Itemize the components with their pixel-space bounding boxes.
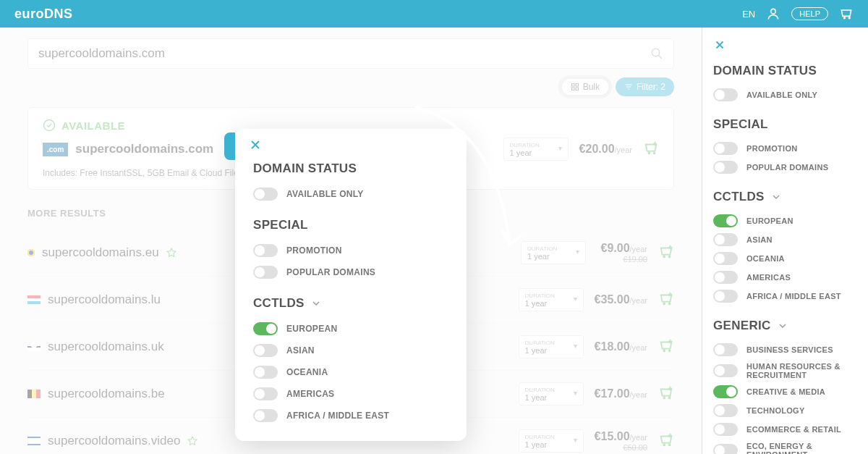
flag-icon — [27, 437, 41, 445]
duration-select[interactable]: DURATION 1 year — [521, 241, 586, 264]
toggle-switch[interactable] — [253, 188, 278, 201]
toggle-label: AMERICAS — [286, 389, 334, 399]
duration-select[interactable]: DURATION 1 year — [519, 382, 584, 405]
add-to-cart-button[interactable] — [658, 432, 674, 450]
tld-badge: .com — [43, 143, 68, 156]
toggle-label: AFRICA / MIDDLE EAST — [286, 411, 389, 421]
filter-section-title: SPECIAL — [713, 117, 857, 132]
filter-toggle-row: CREATIVE & MEDIA — [713, 382, 857, 401]
user-icon[interactable] — [766, 7, 780, 21]
toggle-switch[interactable] — [253, 322, 278, 335]
chevron-down-icon — [777, 320, 788, 332]
filter-button[interactable]: Filter: 2 — [616, 77, 674, 96]
filter-icon — [624, 83, 633, 91]
result-price: €35.00 — [595, 293, 630, 306]
toggle-switch[interactable] — [253, 387, 278, 400]
toggle-switch[interactable] — [713, 142, 738, 155]
toggle-switch[interactable] — [713, 214, 738, 227]
result-domain-name: supercooldomains.video — [48, 434, 180, 448]
toggle-switch[interactable] — [713, 252, 738, 265]
filter-toggle-row: BUSINESS SERVICES — [713, 340, 857, 359]
add-to-cart-button[interactable] — [658, 385, 674, 403]
filter-toggle-row: POPULAR DOMAINS — [253, 261, 448, 283]
search-icon[interactable] — [650, 47, 663, 60]
filter-toggle-row: ASIAN — [253, 340, 448, 361]
toggle-switch[interactable] — [253, 266, 278, 279]
close-icon[interactable] — [713, 38, 726, 51]
toggle-switch[interactable] — [713, 233, 738, 246]
check-circle-icon — [43, 119, 56, 132]
add-to-cart-button[interactable] — [658, 338, 674, 356]
bulk-button[interactable]: Bulk — [561, 77, 610, 96]
svg-point-0 — [771, 9, 776, 14]
filter-section-title: DOMAIN STATUS — [253, 161, 448, 176]
topbar: euroDNS EN HELP — [0, 0, 868, 28]
filter-toggle-row: OCEANIA — [713, 249, 857, 268]
filter-label: Filter: 2 — [637, 82, 665, 92]
close-icon[interactable] — [248, 138, 263, 152]
add-to-cart-button[interactable] — [658, 244, 674, 262]
toggle-switch[interactable] — [713, 404, 738, 417]
toggle-label: OCEANIA — [286, 367, 328, 377]
duration-select[interactable]: DURATION 1 year — [519, 335, 584, 358]
toggle-label: EUROPEAN — [286, 324, 337, 334]
modal-tab-accent — [224, 133, 235, 160]
result-price: €9.00 — [600, 242, 629, 254]
help-button[interactable]: HELP — [791, 7, 828, 20]
toggle-switch[interactable] — [713, 161, 738, 174]
filter-section-title[interactable]: GENERIC — [713, 319, 857, 333]
toggle-switch[interactable] — [713, 271, 738, 284]
toggle-switch[interactable] — [713, 423, 738, 436]
search-input[interactable] — [38, 46, 650, 61]
cart-icon[interactable] — [839, 7, 854, 21]
filter-section-title[interactable]: CCTLDS — [713, 190, 857, 204]
toggle-label: POPULAR DOMAINS — [746, 163, 828, 172]
filter-toggle-row: EUROPEAN — [253, 318, 448, 340]
result-old-price: €19.00 — [597, 255, 647, 264]
available-label: AVAILABLE — [61, 119, 125, 132]
add-to-cart-button[interactable] — [643, 140, 659, 159]
toggle-label: ASIAN — [746, 235, 773, 244]
toggle-label: ASIAN — [286, 345, 315, 356]
toggle-switch[interactable] — [713, 364, 738, 377]
filter-section-title[interactable]: CCTLDS — [253, 296, 448, 311]
toggle-label: OCEANIA — [746, 254, 785, 263]
toggle-switch[interactable] — [713, 290, 738, 303]
filter-toggle-row: ECOMMERCE & RETAIL — [713, 420, 857, 439]
toggle-switch[interactable] — [253, 366, 278, 379]
toggle-switch[interactable] — [713, 343, 738, 356]
filter-toggle-row: AMERICAS — [253, 383, 448, 405]
toggle-label: AFRICA / MIDDLE EAST — [746, 292, 841, 300]
chevron-down-icon — [310, 298, 322, 309]
svg-rect-4 — [571, 88, 574, 91]
toggle-switch[interactable] — [713, 444, 738, 454]
toggle-switch[interactable] — [253, 344, 278, 357]
svg-rect-2 — [571, 84, 574, 87]
toggle-switch[interactable] — [253, 244, 278, 257]
result-domain-name: supercooldomains.lu — [48, 293, 161, 307]
result-domain-name: supercooldomains.uk — [48, 340, 164, 354]
language-selector[interactable]: EN — [742, 9, 755, 20]
tag-icon — [187, 436, 197, 446]
flag-icon — [27, 390, 41, 398]
filter-toggle-row: AVAILABLE ONLY — [253, 183, 448, 205]
add-to-cart-button[interactable] — [658, 291, 674, 309]
bulk-label: Bulk — [583, 82, 600, 92]
filter-toggle-row: POPULAR DOMAINS — [713, 158, 857, 177]
filter-toggle-row: PROMOTION — [713, 139, 857, 158]
result-old-price: €50.00 — [595, 443, 647, 452]
svg-rect-3 — [576, 84, 579, 87]
duration-select[interactable]: DURATION 1 year — [519, 288, 584, 311]
toggle-switch[interactable] — [713, 385, 738, 398]
toggle-switch[interactable] — [713, 88, 738, 101]
filter-toggle-row: TECHNOLOGY — [713, 401, 857, 420]
filter-toggle-row: PROMOTION — [253, 240, 448, 261]
toggle-switch[interactable] — [253, 409, 278, 422]
toggle-label: POPULAR DOMAINS — [286, 267, 375, 277]
duration-select[interactable]: DURATION 1 year — [519, 429, 584, 453]
toggle-label: ECOMMERCE & RETAIL — [746, 425, 841, 434]
duration-select[interactable]: DURATION 1 year — [503, 138, 569, 161]
filter-toggle-row: HUMAN RESOURCES & RECRUITMENT — [713, 359, 857, 382]
toggle-label: HUMAN RESOURCES & RECRUITMENT — [746, 362, 857, 379]
bulk-icon — [571, 83, 579, 91]
